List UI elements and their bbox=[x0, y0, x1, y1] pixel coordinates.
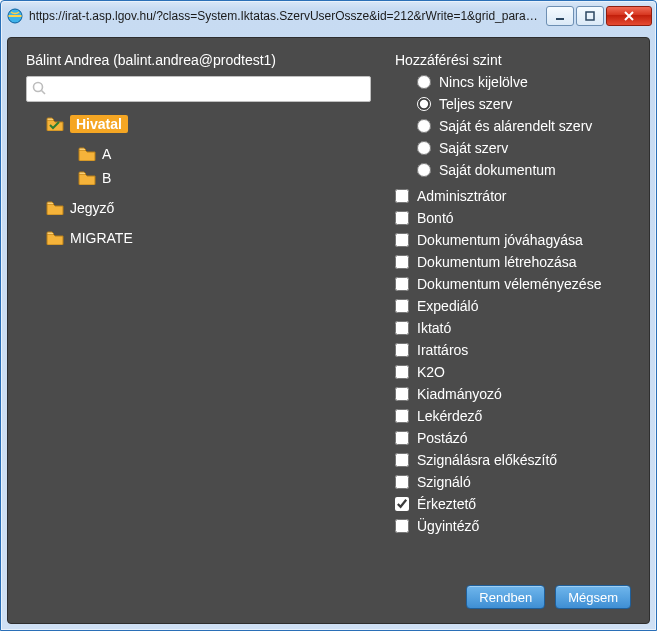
role-checkbox[interactable] bbox=[395, 255, 409, 269]
user-display-name: Bálint Andrea (balint.andrea@prodtest1) bbox=[26, 52, 371, 68]
role-option[interactable]: Bontó bbox=[395, 208, 631, 228]
access-level-option[interactable]: Saját szerv bbox=[417, 138, 631, 158]
folder-icon bbox=[46, 201, 64, 215]
role-option[interactable]: Lekérdező bbox=[395, 406, 631, 426]
tree-item-label: Hivatal bbox=[70, 115, 128, 133]
access-level-radio[interactable] bbox=[417, 97, 431, 111]
role-checkbox[interactable] bbox=[395, 431, 409, 445]
access-level-option[interactable]: Saját és alárendelt szerv bbox=[417, 116, 631, 136]
role-option[interactable]: Iktató bbox=[395, 318, 631, 338]
role-checkbox-label: Bontó bbox=[417, 210, 454, 226]
access-level-radio-label: Saját dokumentum bbox=[439, 162, 556, 178]
role-option[interactable]: Szignáló bbox=[395, 472, 631, 492]
role-checkbox[interactable] bbox=[395, 387, 409, 401]
role-checkbox[interactable] bbox=[395, 365, 409, 379]
folder-icon bbox=[78, 147, 96, 161]
search-wrap bbox=[26, 76, 371, 102]
folder-check-icon bbox=[46, 117, 64, 131]
role-checkbox-label: Ügyintéző bbox=[417, 518, 479, 534]
access-level-radio[interactable] bbox=[417, 141, 431, 155]
role-option[interactable]: Postázó bbox=[395, 428, 631, 448]
role-option[interactable]: Ügyintéző bbox=[395, 516, 631, 536]
role-checkbox[interactable] bbox=[395, 211, 409, 225]
ok-button[interactable]: Rendben bbox=[466, 585, 545, 609]
role-checkbox-label: Dokumentum véleményezése bbox=[417, 276, 601, 292]
role-option[interactable]: Érkeztető bbox=[395, 494, 631, 514]
access-level-radio-label: Saját és alárendelt szerv bbox=[439, 118, 592, 134]
role-option[interactable]: Expediáló bbox=[395, 296, 631, 316]
ie-icon bbox=[7, 8, 23, 24]
right-column: Hozzáférési szint Nincs kijelölveTeljes … bbox=[395, 52, 631, 559]
role-checkbox[interactable] bbox=[395, 453, 409, 467]
access-level-radio-label: Teljes szerv bbox=[439, 96, 512, 112]
access-level-radio[interactable] bbox=[417, 75, 431, 89]
cancel-button[interactable]: Mégsem bbox=[555, 585, 631, 609]
role-option[interactable]: Dokumentum véleményezése bbox=[395, 274, 631, 294]
access-level-option[interactable]: Nincs kijelölve bbox=[417, 72, 631, 92]
role-check-group: AdminisztrátorBontóDokumentum jóváhagyás… bbox=[395, 186, 631, 536]
role-checkbox-label: Adminisztrátor bbox=[417, 188, 506, 204]
role-checkbox-label: Szignáló bbox=[417, 474, 471, 490]
window-buttons bbox=[546, 6, 652, 26]
role-option[interactable]: Adminisztrátor bbox=[395, 186, 631, 206]
titlebar: https://irat-t.asp.lgov.hu/?class=System… bbox=[1, 1, 656, 31]
svg-rect-1 bbox=[556, 18, 564, 20]
window-url: https://irat-t.asp.lgov.hu/?class=System… bbox=[29, 9, 546, 23]
tree-item-label: B bbox=[102, 170, 111, 186]
role-option[interactable]: Szignálásra előkészítő bbox=[395, 450, 631, 470]
access-level-option[interactable]: Saját dokumentum bbox=[417, 160, 631, 180]
tree-item[interactable]: A bbox=[26, 142, 371, 166]
role-checkbox[interactable] bbox=[395, 189, 409, 203]
role-checkbox[interactable] bbox=[395, 519, 409, 533]
role-checkbox-label: Irattáros bbox=[417, 342, 468, 358]
role-checkbox-label: Érkeztető bbox=[417, 496, 476, 512]
search-input[interactable] bbox=[26, 76, 371, 102]
role-checkbox[interactable] bbox=[395, 299, 409, 313]
tree-item[interactable]: MIGRATE bbox=[26, 226, 371, 250]
role-option[interactable]: Dokumentum létrehozása bbox=[395, 252, 631, 272]
role-option[interactable]: Irattáros bbox=[395, 340, 631, 360]
role-checkbox[interactable] bbox=[395, 409, 409, 423]
role-checkbox[interactable] bbox=[395, 475, 409, 489]
access-level-radio[interactable] bbox=[417, 163, 431, 177]
role-option[interactable]: K2O bbox=[395, 362, 631, 382]
role-checkbox-label: Lekérdező bbox=[417, 408, 482, 424]
role-checkbox-label: K2O bbox=[417, 364, 445, 380]
role-checkbox-label: Dokumentum létrehozása bbox=[417, 254, 577, 270]
tree-item-label: A bbox=[102, 146, 111, 162]
role-checkbox[interactable] bbox=[395, 497, 409, 511]
role-option[interactable]: Kiadmányozó bbox=[395, 384, 631, 404]
role-option[interactable]: Dokumentum jóváhagyása bbox=[395, 230, 631, 250]
role-checkbox-label: Postázó bbox=[417, 430, 468, 446]
role-checkbox[interactable] bbox=[395, 321, 409, 335]
role-checkbox[interactable] bbox=[395, 277, 409, 291]
access-level-radio-label: Nincs kijelölve bbox=[439, 74, 528, 90]
role-checkbox-label: Expediáló bbox=[417, 298, 479, 314]
role-checkbox-label: Iktató bbox=[417, 320, 451, 336]
org-tree: Hivatal A B Jegyző MIGRATE bbox=[26, 112, 371, 250]
tree-item[interactable]: B bbox=[26, 166, 371, 190]
role-checkbox-label: Szignálásra előkészítő bbox=[417, 452, 557, 468]
tree-item-label: MIGRATE bbox=[70, 230, 133, 246]
role-checkbox[interactable] bbox=[395, 343, 409, 357]
tree-item[interactable]: Hivatal bbox=[26, 112, 371, 136]
access-level-radio-group: Nincs kijelölveTeljes szervSaját és alár… bbox=[395, 72, 631, 180]
access-level-option[interactable]: Teljes szerv bbox=[417, 94, 631, 114]
role-checkbox[interactable] bbox=[395, 233, 409, 247]
left-column: Bálint Andrea (balint.andrea@prodtest1) … bbox=[26, 52, 371, 559]
svg-rect-2 bbox=[586, 12, 594, 20]
role-checkbox-label: Dokumentum jóváhagyása bbox=[417, 232, 583, 248]
tree-item[interactable]: Jegyző bbox=[26, 196, 371, 220]
access-level-radio[interactable] bbox=[417, 119, 431, 133]
access-level-title: Hozzáférési szint bbox=[395, 52, 631, 68]
maximize-button[interactable] bbox=[576, 6, 604, 26]
folder-icon bbox=[78, 171, 96, 185]
tree-item-label: Jegyző bbox=[70, 200, 114, 216]
dialog-body: Bálint Andrea (balint.andrea@prodtest1) … bbox=[7, 37, 650, 624]
minimize-button[interactable] bbox=[546, 6, 574, 26]
close-button[interactable] bbox=[606, 6, 652, 26]
role-checkbox-label: Kiadmányozó bbox=[417, 386, 502, 402]
folder-icon bbox=[46, 231, 64, 245]
dialog-footer: Rendben Mégsem bbox=[466, 585, 631, 609]
window-frame: https://irat-t.asp.lgov.hu/?class=System… bbox=[0, 0, 657, 631]
